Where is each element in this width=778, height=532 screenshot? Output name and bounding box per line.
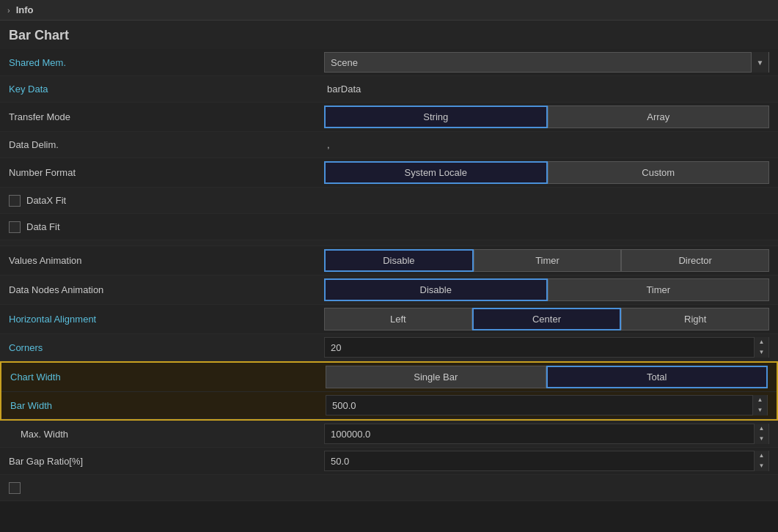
max-width-spinner[interactable]: 100000.0 ▲ ▼: [324, 424, 769, 444]
bar-width-spinner[interactable]: 500.0 ▲ ▼: [326, 395, 768, 415]
bar-width-row: Bar Width 500.0 ▲ ▼: [1, 392, 777, 419]
max-width-label: Max. Width: [9, 429, 324, 440]
bar-gap-ratio-content: 50.0 ▲ ▼: [324, 451, 769, 471]
transfer-mode-array-btn[interactable]: Array: [548, 106, 770, 128]
data-delim-content: ,: [324, 138, 769, 152]
bar-gap-ratio-up-arrow[interactable]: ▲: [755, 451, 768, 461]
bar-width-down-arrow[interactable]: ▼: [753, 405, 767, 415]
bottom-checkbox-label: [9, 482, 324, 494]
datax-fit-row: DataX Fit: [0, 188, 778, 214]
data-nodes-animation-row: Data Nodes Animation Disable Timer: [0, 276, 778, 305]
max-width-arrows: ▲ ▼: [754, 424, 768, 444]
corners-label: Corners: [9, 342, 324, 353]
max-width-value: 100000.0: [325, 429, 754, 440]
bar-width-arrows: ▲ ▼: [752, 395, 767, 415]
bar-width-content: 500.0 ▲ ▼: [326, 395, 768, 415]
panel: Bar Chart Shared Mem. Scene ▼ Key Data b…: [0, 21, 778, 501]
highlighted-section: Chart Width Single Bar Total Bar Width 5…: [0, 361, 778, 421]
number-format-custom-btn[interactable]: Custom: [548, 161, 770, 184]
datax-fit-text: DataX Fit: [26, 195, 66, 206]
data-nodes-animation-disable-btn[interactable]: Disable: [324, 278, 548, 301]
chart-width-single-bar-btn[interactable]: Single Bar: [326, 366, 546, 388]
shared-mem-label: Shared Mem.: [9, 57, 324, 68]
bar-width-up-arrow[interactable]: ▲: [753, 395, 767, 405]
values-animation-director-btn[interactable]: Director: [621, 249, 769, 272]
shared-mem-dropdown[interactable]: Scene ▼: [324, 52, 769, 73]
spacer: [0, 240, 778, 246]
number-format-system-btn[interactable]: System Locale: [324, 161, 548, 184]
data-nodes-animation-content: Disable Timer: [324, 278, 769, 301]
info-title: Info: [16, 4, 34, 15]
key-data-content: barData: [324, 82, 769, 96]
horizontal-alignment-right-btn[interactable]: Right: [621, 308, 769, 330]
corners-arrows: ▲ ▼: [754, 337, 768, 358]
transfer-mode-btngroup: String Array: [324, 106, 769, 128]
data-delim-label: Data Delim.: [9, 139, 324, 150]
chart-width-row: Chart Width Single Bar Total: [1, 363, 777, 392]
max-width-row: Max. Width 100000.0 ▲ ▼: [0, 421, 778, 448]
datax-fit-checkbox-row: DataX Fit: [9, 195, 324, 207]
horizontal-alignment-center-btn[interactable]: Center: [472, 308, 622, 330]
horizontal-alignment-left-btn[interactable]: Left: [324, 308, 472, 330]
bar-gap-ratio-arrows: ▲ ▼: [754, 451, 768, 471]
datax-fit-checkbox[interactable]: [9, 195, 21, 207]
transfer-mode-string-btn[interactable]: String: [324, 106, 548, 128]
chart-width-btngroup: Single Bar Total: [326, 366, 768, 388]
data-fit-text: Data Fit: [26, 221, 60, 232]
bar-gap-ratio-row: Bar Gap Ratio[%] 50.0 ▲ ▼: [0, 448, 778, 475]
transfer-mode-row: Transfer Mode String Array: [0, 103, 778, 132]
data-fit-label: Data Fit: [9, 221, 324, 233]
horizontal-alignment-label: Horizontal Alignment: [9, 314, 324, 325]
corners-up-arrow[interactable]: ▲: [755, 337, 768, 347]
transfer-mode-content: String Array: [324, 106, 769, 128]
corners-spinner[interactable]: 20 ▲ ▼: [324, 337, 769, 358]
number-format-row: Number Format System Locale Custom: [0, 158, 778, 188]
bar-width-label: Bar Width: [10, 400, 326, 411]
bar-gap-ratio-spinner[interactable]: 50.0 ▲ ▼: [324, 451, 769, 471]
key-data-value: barData: [324, 82, 364, 96]
data-nodes-animation-label: Data Nodes Animation: [9, 284, 324, 295]
chart-width-label: Chart Width: [10, 372, 326, 383]
bottom-checkbox-row: [0, 475, 778, 501]
data-nodes-animation-btngroup: Disable Timer: [324, 278, 769, 301]
section-title: Bar Chart: [0, 21, 778, 49]
values-animation-timer-btn[interactable]: Timer: [474, 249, 622, 272]
dropdown-arrow-icon[interactable]: ▼: [751, 52, 768, 73]
bar-width-value: 500.0: [326, 400, 752, 411]
max-width-up-arrow[interactable]: ▲: [755, 424, 768, 434]
values-animation-disable-btn[interactable]: Disable: [324, 249, 474, 272]
data-nodes-animation-timer-btn[interactable]: Timer: [548, 278, 770, 301]
data-fit-row: Data Fit: [0, 214, 778, 240]
bottom-checkbox-row-inner: [9, 482, 324, 494]
values-animation-content: Disable Timer Director: [324, 249, 769, 272]
values-animation-btngroup: Disable Timer Director: [324, 249, 769, 272]
horizontal-alignment-row: Horizontal Alignment Left Center Right: [0, 305, 778, 334]
datax-fit-label: DataX Fit: [9, 195, 324, 207]
max-width-content: 100000.0 ▲ ▼: [324, 424, 769, 444]
corners-row: Corners 20 ▲ ▼: [0, 334, 778, 361]
corners-value: 20: [325, 342, 754, 353]
key-data-label: Key Data: [9, 84, 324, 95]
horizontal-alignment-btngroup: Left Center Right: [324, 308, 769, 330]
info-header: › Info: [0, 0, 778, 21]
values-animation-label: Values Animation: [9, 255, 324, 266]
max-width-down-arrow[interactable]: ▼: [755, 434, 768, 444]
chart-width-total-btn[interactable]: Total: [546, 366, 768, 388]
data-fit-checkbox[interactable]: [9, 221, 21, 233]
values-animation-row: Values Animation Disable Timer Director: [0, 246, 778, 276]
data-delim-value: ,: [324, 138, 333, 152]
data-delim-row: Data Delim. ,: [0, 132, 778, 158]
corners-down-arrow[interactable]: ▼: [755, 347, 768, 358]
bar-gap-ratio-down-arrow[interactable]: ▼: [755, 461, 768, 471]
bar-gap-ratio-value: 50.0: [325, 456, 754, 467]
transfer-mode-label: Transfer Mode: [9, 111, 324, 122]
number-format-label: Number Format: [9, 167, 324, 178]
bar-gap-ratio-label: Bar Gap Ratio[%]: [9, 456, 324, 467]
shared-mem-content: Scene ▼: [324, 52, 769, 73]
chevron-icon: ›: [7, 6, 10, 15]
shared-mem-row: Shared Mem. Scene ▼: [0, 49, 778, 76]
bottom-checkbox[interactable]: [9, 482, 21, 494]
number-format-content: System Locale Custom: [324, 161, 769, 184]
corners-content: 20 ▲ ▼: [324, 337, 769, 358]
chart-width-content: Single Bar Total: [326, 366, 768, 388]
